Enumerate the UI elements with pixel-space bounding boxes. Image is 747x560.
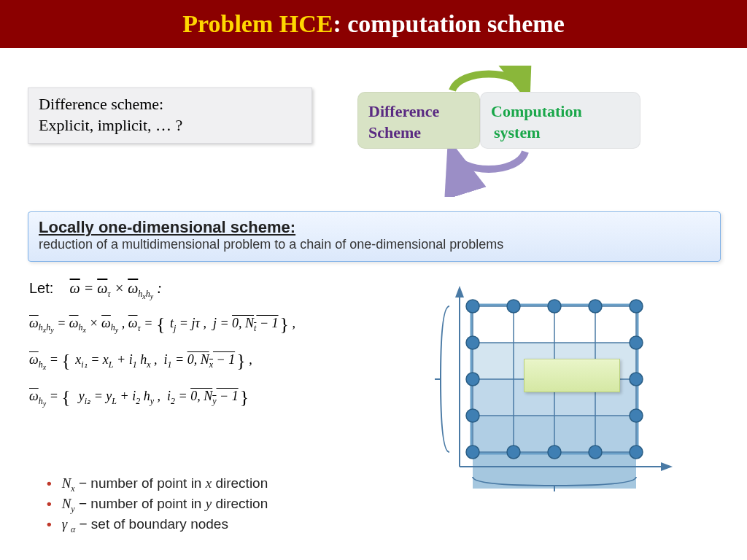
math-line-3: ωhy = yi₂ = yL + i2 hy , i2 = 0, Ny − 1	[29, 383, 409, 412]
svg-point-25	[589, 300, 602, 313]
grid-inner-box	[524, 359, 620, 392]
question-line1: Difference scheme:	[39, 94, 301, 115]
svg-point-18	[466, 373, 479, 386]
difference-scheme-question: Difference scheme: Explicit, implicit, ……	[28, 88, 312, 144]
svg-point-17	[466, 336, 479, 349]
svg-point-21	[507, 300, 520, 313]
svg-point-23	[548, 300, 561, 313]
grid-diagram	[430, 284, 708, 510]
svg-point-16	[466, 300, 479, 313]
lod-sub: reduction of a multidimensional problem …	[39, 237, 710, 252]
cycle-right-line1: Computation	[491, 101, 630, 122]
svg-point-26	[589, 446, 602, 459]
svg-point-22	[507, 446, 520, 459]
lod-heading: Locally one-dimensional scheme:	[39, 218, 710, 237]
bullet-list: •Nx − number of point in x direction •Ny…	[47, 474, 268, 536]
math-block: Let: ω = ωτ × ωhxhy : ωhxhy = ωhx × ωhy …	[29, 277, 409, 420]
svg-point-28	[630, 336, 643, 349]
svg-point-27	[630, 300, 643, 313]
bullet-nx: •Nx − number of point in x direction	[47, 475, 268, 494]
math-line-1: ωhxhy = ωhx × ωhy , ωτ = tj = jτ , j = 0…	[29, 310, 409, 339]
lod-scheme-box: Locally one-dimensional scheme: reductio…	[28, 211, 721, 262]
math-line-2: ωhx = xi₁ = xL + i1 hx , i1 = 0, Nx − 1 …	[29, 346, 409, 376]
svg-point-19	[466, 409, 479, 422]
svg-point-24	[548, 446, 561, 459]
bullet-ny: •Ny − number of point in y direction	[47, 496, 268, 515]
slide-title: Problem HCE: computation scheme	[0, 0, 747, 48]
cycle-right-line2: system	[491, 122, 630, 144]
svg-point-20	[466, 446, 479, 459]
svg-point-31	[630, 446, 643, 459]
cycle-right-box: Computation system	[480, 92, 640, 149]
cycle-diagram: Difference Scheme Computation system	[343, 66, 649, 197]
cycle-left-line2: Scheme	[368, 122, 469, 144]
svg-point-30	[630, 409, 643, 422]
svg-point-29	[630, 373, 643, 386]
question-line2: Explicit, implicit, … ?	[39, 115, 301, 136]
title-highlight: Problem HCE	[182, 10, 333, 37]
bullet-gamma: •γ α − set of boundary nodes	[47, 516, 268, 535]
title-rest: : computation scheme	[333, 10, 564, 37]
cycle-left-line1: Difference	[368, 101, 469, 122]
let-label: Let:	[29, 280, 53, 296]
cycle-left-box: Difference Scheme	[357, 92, 480, 149]
